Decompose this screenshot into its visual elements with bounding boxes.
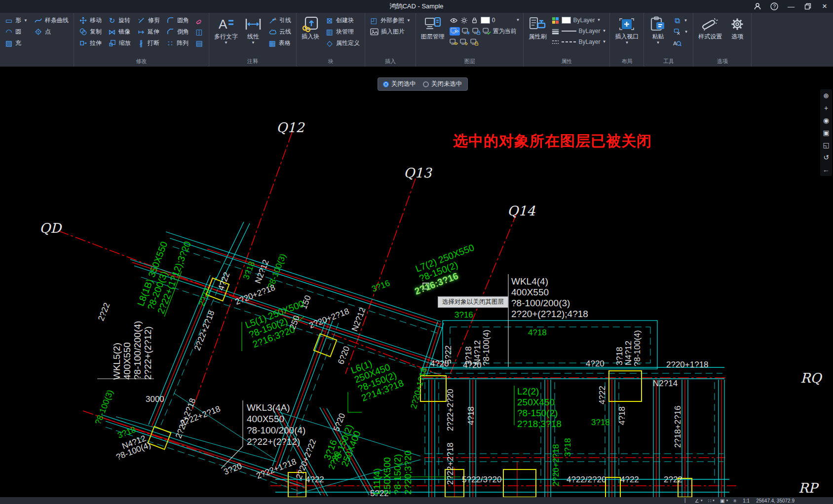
cad-dim-label: 4?22/2?20 bbox=[567, 475, 606, 484]
ribbon-btn-外部参照[interactable]: ◰外部参照▼ bbox=[369, 15, 412, 26]
style-settings-icon bbox=[701, 16, 719, 33]
ribbon-btn-点[interactable]: 点 bbox=[33, 27, 70, 37]
close-icon[interactable]: × bbox=[820, 2, 829, 11]
ribbon-btn-旋转[interactable]: ↻旋转 bbox=[107, 15, 132, 26]
layer-freeze-icon[interactable] bbox=[462, 28, 470, 35]
bylayer-value[interactable]: ByLayer bbox=[573, 17, 595, 24]
ribbon-btn-拉伸[interactable]: 拉伸 bbox=[77, 38, 103, 48]
ribbon-btn-find[interactable]: A bbox=[672, 38, 689, 48]
zoom-window-icon[interactable]: ▣ bbox=[822, 128, 831, 137]
svg-text:A: A bbox=[673, 40, 677, 46]
color-swatch[interactable] bbox=[562, 17, 571, 24]
layer-off-mode-toggle: 关闭选中 关闭未选中 bbox=[378, 77, 468, 91]
ribbon-btn-粘贴[interactable]: 粘贴▼ bbox=[647, 15, 668, 45]
insert-block-icon bbox=[302, 16, 319, 33]
lineweight-icon[interactable] bbox=[551, 28, 560, 35]
window-controls: ?—× bbox=[753, 0, 829, 13]
ribbon-btn-充[interactable]: ▨充 bbox=[3, 38, 29, 48]
create-block-icon: ⊠ bbox=[326, 17, 334, 24]
user-icon[interactable] bbox=[753, 2, 762, 11]
beam-label: 250X450 bbox=[517, 397, 555, 407]
ribbon-btn-eraser[interactable] bbox=[194, 15, 205, 26]
ribbon-btn-样条曲线[interactable]: 样条曲线 bbox=[33, 15, 70, 26]
ribbon-btn-cut-clip[interactable]: ▼ bbox=[672, 27, 689, 37]
ribbon-btn-移动[interactable]: 移动 bbox=[77, 15, 103, 26]
option-close-unselected[interactable]: 关闭未选中 bbox=[423, 80, 462, 88]
maximize-icon[interactable] bbox=[803, 2, 812, 11]
beam-label: ?8-150(2) bbox=[517, 408, 558, 418]
layer-thaw-icon[interactable] bbox=[460, 38, 468, 46]
attr-def-icon: ◇ bbox=[326, 39, 334, 47]
layer-unlock-icon[interactable] bbox=[470, 38, 479, 46]
layer-on-icon[interactable] bbox=[450, 38, 458, 46]
sun-icon[interactable] bbox=[460, 17, 468, 24]
chevron-down-icon: ▼ bbox=[683, 19, 687, 23]
minimize-icon[interactable]: — bbox=[787, 2, 795, 11]
lock-icon[interactable] bbox=[470, 17, 479, 24]
pickbox-icon[interactable]: ▣▼ bbox=[720, 498, 728, 504]
ribbon-btn-块管理[interactable]: ▥块管理 bbox=[324, 27, 361, 37]
ribbon-btn-圆角[interactable]: 圆角 bbox=[165, 15, 190, 26]
ribbon-btn-样式设置[interactable]: 样式设置 bbox=[697, 15, 723, 41]
ribbon-btn-缩放[interactable]: 缩放 bbox=[107, 38, 132, 48]
ribbon-btn-云线[interactable]: 云线 bbox=[267, 27, 293, 37]
chevron-down-icon[interactable]: ▼ bbox=[602, 40, 606, 44]
ribbon-btn-引线[interactable]: A引线 bbox=[267, 15, 293, 26]
ribbon-btn-圆[interactable]: ◠圆 bbox=[3, 27, 29, 37]
bylayer-value[interactable]: ByLayer bbox=[578, 38, 600, 45]
ribbon-btn-形[interactable]: ▭形▼ bbox=[3, 15, 29, 26]
ribbon-btn-属性定义[interactable]: ◇属性定义 bbox=[324, 38, 361, 48]
ribbon-btn-线性[interactable]: 线性▼ bbox=[243, 15, 264, 45]
chevron-down-icon: ▼ bbox=[24, 19, 28, 23]
ruler-icon[interactable]: ⎸ bbox=[685, 498, 690, 504]
angle-snap-icon[interactable]: ∠▼ bbox=[695, 498, 703, 504]
ribbon-btn-多行文字[interactable]: A多行文字▼ bbox=[213, 15, 239, 45]
grid-snap-icon[interactable]: ∷▼ bbox=[708, 498, 715, 504]
ribbon-btn-表格[interactable]: ▦表格 bbox=[267, 38, 293, 48]
ribbon-btn-打断[interactable]: ∦打断 bbox=[136, 38, 161, 48]
ribbon-btn-镜像[interactable]: ⋈镜像 bbox=[107, 27, 132, 37]
ribbon-btn-置为当前[interactable]: 置为当前 bbox=[493, 27, 517, 36]
drawing-area[interactable]: Q12Q13Q14QDRQRP选中的对象所在图层已被关闭2?224?223?18… bbox=[0, 67, 833, 497]
ribbon-btn-插入块[interactable]: 插入块 bbox=[300, 15, 321, 41]
option-close-selected[interactable]: 关闭选中 bbox=[383, 80, 416, 88]
ribbon-btn-属性刷[interactable]: 属性刷 bbox=[527, 15, 548, 41]
ribbon-btn-延伸[interactable]: ↦延伸 bbox=[136, 27, 161, 37]
ribbon-btn-图层管理[interactable]: 图层管理 bbox=[419, 15, 446, 41]
cursor-coordinates: 25647.4, 35072.9 bbox=[756, 498, 795, 504]
ribbon-btn-创建块[interactable]: ⊠创建块 bbox=[324, 15, 361, 26]
ribbon-btn-offset-rect[interactable]: ◫ bbox=[194, 27, 205, 37]
ribbon-btn-选项[interactable]: 选项 bbox=[727, 15, 748, 41]
ribbon-btn-复制[interactable]: 复制 bbox=[77, 27, 103, 37]
palette-icon[interactable] bbox=[551, 17, 560, 24]
eye-icon[interactable] bbox=[450, 17, 458, 24]
zoom-realtime-icon[interactable]: ◉ bbox=[822, 116, 831, 125]
help-icon[interactable]: ? bbox=[770, 2, 779, 11]
linetype-icon[interactable] bbox=[551, 38, 560, 46]
ribbon-btn-插入视口[interactable]: 插入视口▼ bbox=[613, 15, 640, 45]
layer-lock-icon[interactable] bbox=[472, 28, 481, 35]
orbit-icon[interactable]: ↺ bbox=[822, 153, 831, 162]
chevron-down-icon[interactable]: ▼ bbox=[597, 18, 601, 22]
crosshair-icon[interactable]: ⊕ bbox=[822, 91, 831, 100]
ribbon-btn-插入图片[interactable]: 插入图片 bbox=[369, 27, 412, 37]
beam-label: 400X550 bbox=[247, 414, 284, 424]
layer-current-icon[interactable] bbox=[483, 28, 491, 35]
ribbon-group-label: 选项 bbox=[697, 57, 748, 67]
chevron-down-icon[interactable]: ▼ bbox=[602, 29, 606, 33]
previous-view-icon[interactable]: ← bbox=[822, 165, 831, 174]
zoom-extents-icon[interactable]: ◱ bbox=[822, 141, 831, 149]
layer-off-active-icon[interactable] bbox=[450, 27, 460, 36]
cad-dim-label: N2?14 bbox=[653, 379, 678, 388]
color-swatch[interactable] bbox=[481, 17, 490, 24]
ribbon-btn-修剪[interactable]: 修剪 bbox=[136, 15, 161, 26]
ribbon-btn-阵列[interactable]: ∷阵列 bbox=[165, 38, 190, 48]
lineweight-toggle-icon[interactable]: ≡ bbox=[733, 498, 736, 504]
ribbon-btn-folder[interactable]: ▤ bbox=[194, 38, 205, 48]
chevron-down-icon[interactable]: ▼ bbox=[516, 18, 520, 22]
ribbon-btn-copy-clip[interactable]: ⧉▼ bbox=[672, 15, 689, 26]
zoom-in-icon[interactable]: + bbox=[822, 104, 831, 112]
ribbon-btn-倒角[interactable]: 倒角 bbox=[165, 27, 190, 37]
bylayer-value[interactable]: ByLayer bbox=[578, 28, 600, 35]
cad-dim-label: N4?12 bbox=[624, 341, 633, 365]
